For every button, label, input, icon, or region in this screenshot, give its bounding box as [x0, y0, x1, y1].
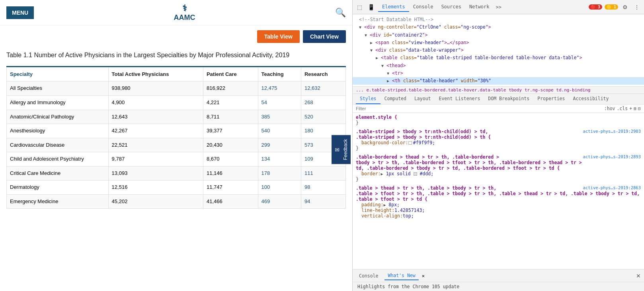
table-cell: Anatomic/Clinical Pathology: [7, 110, 109, 124]
tab-sources[interactable]: Sources: [437, 2, 465, 12]
table-cell: 45,202: [108, 194, 203, 209]
table-cell: Child and Adolescent Psychiatry: [7, 152, 109, 167]
table-cell: 13,093: [108, 166, 203, 180]
styles-panel: Styles Computed Layout Event Listeners D…: [353, 94, 644, 269]
html-line-selected: ▶ <th class="table-header" width="30%": [353, 77, 644, 85]
style-selector: element.style {: [356, 114, 641, 120]
col-specialty: Specialty: [7, 67, 109, 81]
close-tab-icon[interactable]: ✕: [422, 273, 425, 279]
tab-event-listeners[interactable]: Event Listeners: [435, 94, 484, 104]
col-teaching: Teaching: [258, 67, 301, 81]
tab-console-bottom[interactable]: Console: [356, 272, 381, 280]
table-row: All Specialties938,980816,92212,47512,63…: [7, 81, 346, 96]
color-swatch[interactable]: [414, 172, 417, 176]
style-selector-line: .table > thead > tr > th, .table > tbody…: [356, 185, 641, 191]
layout-icon[interactable]: ⊞: [634, 106, 636, 111]
feedback-icon: ✉: [334, 146, 340, 153]
table-row: Allergy and Immunology4,9004,22154268: [7, 95, 346, 110]
style-selector-line2: .table-striped > tbody > tr:nth-child(od…: [356, 134, 641, 140]
hov-filter[interactable]: :hov: [604, 106, 615, 111]
table-cell: 39,377: [203, 124, 258, 138]
html-line: ▶ <table class="table table-striped tabl…: [353, 54, 644, 62]
table-cell: 4,900: [108, 95, 203, 110]
feedback-tab[interactable]: ✉ Feedback: [332, 135, 351, 164]
devtools-panel: ⬚ 📱 Elements Console Sources Network >> …: [353, 0, 644, 291]
html-line: ▼ <div ng-controller="CtrlOne" class="ng…: [353, 23, 644, 31]
devtools-device-icon[interactable]: 📱: [366, 2, 377, 12]
table-cell: 4,221: [203, 95, 258, 110]
table-cell: 12,632: [301, 81, 345, 96]
devtools-inspect-icon[interactable]: ⬚: [355, 2, 364, 12]
style-selector-line: .table-striped > tbody > tr:nth-child(od…: [356, 129, 641, 134]
tab-accessibility[interactable]: Accessibility: [569, 94, 613, 104]
table-view-button[interactable]: Table View: [257, 30, 300, 43]
tab-layout[interactable]: Layout: [410, 94, 435, 104]
tab-properties[interactable]: Properties: [533, 94, 569, 104]
tab-computed[interactable]: Computed: [381, 94, 410, 104]
data-table: Specialty Total Active Physicians Patien…: [6, 66, 346, 209]
devtools-tabs: Elements Console Sources Network >>: [378, 2, 504, 12]
style-prop-line: border: ▶ 1px solid #ddd;: [356, 171, 641, 177]
settings-icon[interactable]: ⚙: [621, 2, 630, 12]
col-research: Research: [301, 67, 345, 81]
style-selector-line3: td, .table-bordered > tbody > tr > td, .…: [356, 165, 641, 171]
html-line: ▶ <span class="view-header">…</span>: [353, 39, 644, 47]
data-table-wrapper: Specialty Total Active Physicians Patien…: [0, 66, 352, 215]
caduceus-icon: ⚕: [182, 3, 187, 14]
add-filter-icon[interactable]: +: [629, 106, 632, 111]
logo-text: AAMC: [174, 14, 195, 22]
styles-filter-input[interactable]: [356, 106, 603, 111]
table-cell: 816,922: [203, 81, 258, 96]
tab-elements[interactable]: Elements: [378, 2, 409, 12]
table-cell: 11,146: [203, 166, 258, 180]
arrow-icon[interactable]: ▶: [381, 172, 383, 176]
error-badge: 🔴 3: [589, 4, 602, 10]
breadcrumb: ... e.table-striped.table-bordered.table…: [353, 87, 644, 94]
tab-whats-new[interactable]: What's New: [384, 272, 418, 280]
table-cell: 938,980: [108, 81, 203, 96]
table-cell: 8,670: [203, 152, 258, 167]
table-cell: 11,747: [203, 180, 258, 195]
html-line: ▼ <div id="container2">: [353, 31, 644, 39]
tab-dom-breakpoints[interactable]: DOM Breakpoints: [484, 94, 533, 104]
table-cell: 12,643: [108, 110, 203, 124]
table-body: All Specialties938,980816,92212,47512,63…: [7, 81, 346, 209]
style-selector-line: .table-bordered > thead > tr > th, .tabl…: [356, 154, 641, 160]
table-row: Critical Care Medicine13,09311,146178111: [7, 166, 346, 180]
html-panel: <!--Start Datatable HTML--> ▼ <div ng-co…: [353, 14, 644, 87]
table-row: Cardiovascular Disease22,52120,430299573: [7, 138, 346, 152]
table-cell: Emergency Medicine: [7, 194, 109, 209]
table-cell: Allergy and Immunology: [7, 95, 109, 110]
color-swatch[interactable]: [408, 141, 412, 145]
feedback-label: Feedback: [343, 139, 348, 160]
warning-badge: 🟡 1: [605, 4, 618, 10]
close-devtools-button[interactable]: ✕: [636, 273, 641, 279]
more-options-icon[interactable]: ⋮: [632, 2, 642, 12]
arrow-icon[interactable]: ▶: [383, 203, 386, 207]
table-cell: 94: [301, 194, 345, 209]
more-tabs[interactable]: >>: [494, 3, 504, 12]
bottom-bar: Console What's New ✕ ✕: [353, 269, 644, 282]
table-cell: 134: [258, 152, 301, 167]
table-cell: 54: [258, 95, 301, 110]
html-line: ▼ <tr>: [353, 70, 644, 77]
table-row: Child and Adolescent Psychiatry9,7878,67…: [7, 152, 346, 167]
cls-filter[interactable]: .cls: [617, 106, 628, 111]
style-prop-line: padding: ▶ 8px;: [356, 202, 641, 208]
search-button[interactable]: 🔍: [335, 8, 346, 18]
html-line: <!--Start Datatable HTML-->: [353, 16, 644, 23]
menu-button[interactable]: MENU: [6, 6, 34, 19]
table-cell: All Specialties: [7, 81, 109, 96]
table-cell: Critical Care Medicine: [7, 166, 109, 180]
chart-view-button[interactable]: Chart View: [303, 30, 346, 43]
html-line: ▼ <div class="data-table-wrapper">: [353, 47, 644, 54]
table-cell: 520: [301, 110, 345, 124]
table-row: Anesthesiology42,26739,377540180: [7, 124, 346, 138]
tab-console[interactable]: Console: [409, 2, 437, 12]
sidebar-icon[interactable]: ⊟: [638, 106, 641, 111]
tab-network[interactable]: Network: [465, 2, 494, 12]
col-patient-care: Patient Care: [203, 67, 258, 81]
table-header: Specialty Total Active Physicians Patien…: [7, 67, 346, 81]
style-prop-line: background-color: #f9f9f9;: [356, 140, 641, 146]
tab-styles[interactable]: Styles: [356, 94, 381, 104]
